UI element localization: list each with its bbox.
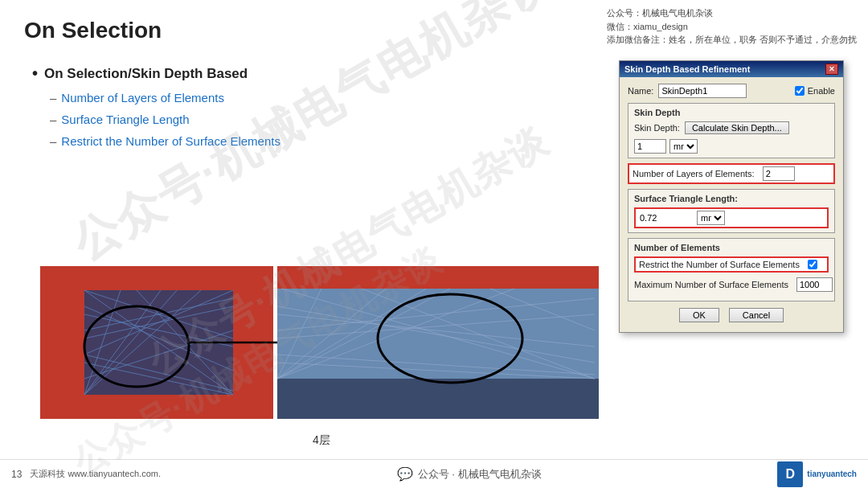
logo-icon: D (777, 461, 803, 487)
dialog-close-button[interactable]: ✕ (825, 64, 838, 75)
max-elements-label: Maximum Number of Surface Elements (634, 280, 788, 289)
image-label: 4层 (24, 433, 619, 448)
footer-watermark-text: 公众号 · 机械电气电机杂谈 (418, 467, 542, 482)
footer-left: 13 天源科技 www.tianyuantech.com. (11, 468, 161, 480)
restrict-row: Restrict the Number of Surface Elements (634, 256, 829, 273)
sub-bullet-1: Number of Layers of Elements (50, 91, 280, 105)
slide: 公众号：机械电气电机杂谈 微信：xiamu_design 添加微信备注：姓名，所… (0, 0, 868, 488)
page-number: 13 (11, 469, 22, 480)
skin-depth-group: Skin Depth Skin Depth: Calculate Skin De… (628, 103, 835, 158)
dialog-titlebar: Skin Depth Based Refinement ✕ (620, 61, 843, 77)
enable-row: Enable (795, 86, 835, 96)
footer-logo: D tianyuantech (777, 461, 857, 487)
dialog-body: Name: Enable Skin Depth Skin Depth: Calc… (620, 77, 843, 332)
top-info-block: 公众号：机械电气电机杂谈 微信：xiamu_design 添加微信备注：姓名，所… (607, 6, 857, 47)
bullet-section: On Selection/Skin Depth Based Number of … (32, 64, 280, 156)
skin-depth-dialog: Skin Depth Based Refinement ✕ Name: Enab… (619, 60, 844, 333)
svg-rect-21 (277, 266, 599, 289)
skin-depth-label: Skin Depth: (634, 123, 680, 133)
sub-bullet-2: Surface Triangle Length (50, 113, 280, 126)
skin-depth-value-row: mm (634, 139, 829, 154)
calculate-skin-depth-button[interactable]: Calculate Skin Depth... (685, 121, 789, 134)
num-elements-title: Number of Elements (634, 243, 829, 252)
skin-depth-value-input[interactable] (634, 139, 666, 154)
slide-title: On Selection (24, 18, 162, 43)
name-input[interactable] (658, 84, 747, 98)
num-elements-group: Number of Elements Restrict the Number o… (628, 238, 835, 301)
skin-depth-unit-select[interactable]: mm (669, 139, 698, 154)
skin-depth-group-title: Skin Depth (634, 108, 829, 117)
dialog-name-row: Name: Enable (628, 84, 835, 98)
svg-rect-22 (277, 379, 599, 419)
layers-row: Number of Layers of Elements: (628, 163, 835, 184)
name-label: Name: (628, 86, 653, 96)
enable-label: Enable (808, 86, 835, 96)
wechat-icon: 💬 (397, 466, 413, 482)
top-info-line2: 微信：xiamu_design (607, 20, 857, 34)
restrict-label: Restrict the Number of Surface Elements (639, 260, 800, 269)
surface-triangle-unit-select[interactable]: mm (697, 211, 725, 225)
surface-triangle-value-row: mm (634, 207, 829, 228)
top-info-line3: 添加微信备注：姓名，所在单位，职务 否则不予通过，介意勿扰 (607, 33, 857, 47)
restrict-checkbox[interactable] (808, 260, 817, 269)
dialog-title: Skin Depth Based Refinement (624, 64, 750, 74)
logo-text: tianyuantech (807, 470, 857, 479)
enable-checkbox[interactable] (795, 86, 805, 96)
surface-triangle-label: Surface Triangle Length: (634, 194, 829, 203)
top-info-line1: 公众号：机械电气电机杂谈 (607, 6, 857, 20)
footer-center: 💬 公众号 · 机械电气电机杂谈 (397, 466, 542, 482)
surface-triangle-value-input[interactable] (637, 211, 694, 225)
skin-depth-row: Skin Depth: Calculate Skin Depth... (634, 121, 829, 134)
mesh-image (24, 266, 619, 427)
footer-company: 天源科技 www.tianyuantech.com. (30, 468, 161, 480)
surface-triangle-group: Surface Triangle Length: mm (628, 189, 835, 233)
bullet-main: On Selection/Skin Depth Based (32, 64, 280, 83)
dialog-button-row: OK Cancel (628, 308, 835, 326)
sub-bullets: Number of Layers of Elements Surface Tri… (50, 91, 280, 148)
cancel-button[interactable]: Cancel (729, 308, 784, 322)
sub-bullet-3: Restrict the Number of Surface Elements (50, 134, 280, 148)
ok-button[interactable]: OK (679, 308, 719, 322)
layers-label: Number of Layers of Elements: (633, 169, 755, 178)
image-section: 4层 (24, 266, 619, 448)
footer: 13 天源科技 www.tianyuantech.com. 💬 公众号 · 机械… (0, 459, 868, 488)
max-elements-row: Maximum Number of Surface Elements (634, 277, 829, 292)
layers-value-input[interactable] (763, 166, 795, 181)
max-elements-input[interactable] (796, 277, 833, 292)
